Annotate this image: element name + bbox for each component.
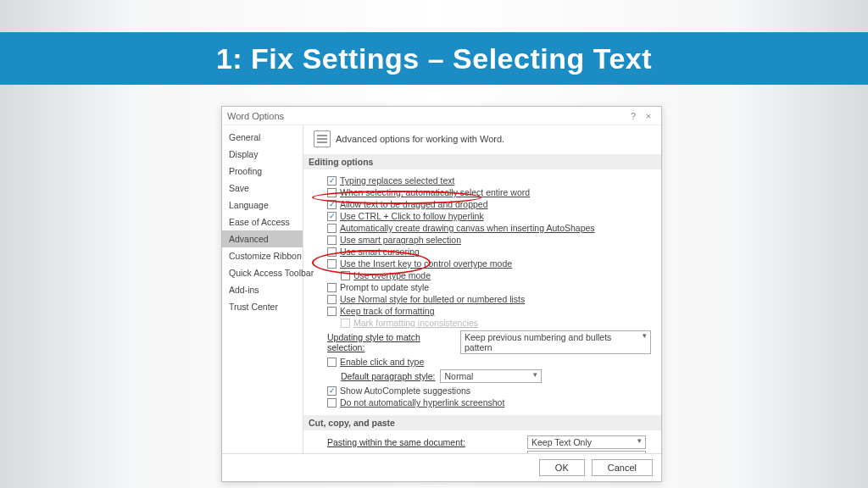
- sidebar-item-language[interactable]: Language: [222, 197, 303, 214]
- opt-drag-drop[interactable]: ✓ Allow text to be dragged and dropped: [314, 198, 651, 210]
- category-sidebar: General Display Proofing Save Language E…: [222, 125, 303, 453]
- opt-auto-drawing-canvas[interactable]: Automatically create drawing canvas when…: [314, 222, 651, 234]
- sidebar-item-advanced[interactable]: Advanced: [222, 230, 303, 247]
- ok-button[interactable]: OK: [539, 459, 585, 476]
- slide-banner: 1: Fix Settings – Selecting Text: [0, 32, 868, 85]
- checkbox-icon: [327, 259, 337, 269]
- opt-no-hyperlink-screenshot[interactable]: Do not automatically hyperlink screensho…: [314, 396, 651, 408]
- select-updating-style[interactable]: Keep previous numbering and bullets patt…: [460, 330, 651, 354]
- checkbox-icon: [341, 271, 350, 280]
- checkbox-icon: [327, 224, 337, 233]
- checkbox-icon: ✓: [327, 212, 337, 221]
- checkbox-icon: ✓: [327, 200, 337, 209]
- select-paste-between[interactable]: Keep Text Only: [527, 451, 646, 453]
- sidebar-item-display[interactable]: Display: [222, 146, 303, 163]
- row-updating-style: Updating style to match selection: Keep …: [314, 329, 651, 356]
- opt-insert-key-overtype[interactable]: Use the Insert key to control overtype m…: [314, 258, 651, 269]
- select-default-paragraph-style[interactable]: Normal: [440, 369, 542, 383]
- close-button[interactable]: ×: [641, 111, 656, 121]
- opt-mark-inconsistencies: Mark formatting inconsistencies: [314, 317, 651, 329]
- help-button[interactable]: ?: [626, 111, 641, 121]
- slide-title: 1: Fix Settings – Selecting Text: [216, 42, 652, 75]
- opt-typing-replaces[interactable]: ✓ Typing replaces selected text: [314, 175, 651, 186]
- opt-smart-cursoring[interactable]: Use smart cursoring: [314, 246, 651, 258]
- checkbox-icon: [327, 295, 337, 304]
- checkbox-icon: [327, 188, 337, 197]
- opt-select-entire-word[interactable]: When selecting, automatically select ent…: [314, 186, 651, 198]
- checkbox-icon: [327, 283, 337, 292]
- page-icon: [314, 130, 331, 147]
- checkbox-icon: [327, 398, 337, 408]
- checkbox-icon: [327, 236, 337, 245]
- content-header: Advanced options for working with Word.: [314, 130, 651, 147]
- dialog-title: Word Options: [227, 111, 284, 121]
- cancel-button[interactable]: Cancel: [592, 459, 653, 476]
- sidebar-item-customize-ribbon[interactable]: Customize Ribbon: [222, 247, 303, 264]
- opt-keep-track-formatting[interactable]: Keep track of formatting: [314, 305, 651, 317]
- opt-ctrl-click-hyperlink[interactable]: ✓ Use CTRL + Click to follow hyperlink: [314, 210, 651, 222]
- word-options-dialog: Word Options ? × General Display Proofin…: [221, 106, 662, 482]
- checkbox-icon: [341, 319, 350, 328]
- select-paste-within[interactable]: Keep Text Only: [527, 435, 646, 449]
- label-paste-between: Pasting between documents:: [327, 452, 519, 453]
- checkbox-icon: [327, 307, 337, 316]
- section-editing-options: Editing options: [303, 154, 661, 169]
- checkbox-icon: [327, 247, 337, 257]
- checkbox-icon: ✓: [327, 386, 337, 396]
- sidebar-item-quick-access-toolbar[interactable]: Quick Access Toolbar: [222, 264, 303, 281]
- sidebar-item-proofing[interactable]: Proofing: [222, 163, 303, 180]
- row-default-paragraph-style: Default paragraph style: Normal: [314, 368, 651, 385]
- sidebar-item-ease-of-access[interactable]: Ease of Access: [222, 214, 303, 230]
- dialog-footer: OK Cancel: [222, 453, 661, 481]
- options-content: Advanced options for working with Word. …: [303, 125, 661, 453]
- opt-prompt-update-style[interactable]: Prompt to update style: [314, 281, 651, 293]
- sidebar-item-add-ins[interactable]: Add-ins: [222, 281, 303, 298]
- checkbox-icon: ✓: [327, 176, 337, 186]
- checkbox-icon: [327, 358, 337, 367]
- sidebar-item-trust-center[interactable]: Trust Center: [222, 298, 303, 315]
- titlebar: Word Options ? ×: [222, 107, 661, 125]
- content-header-text: Advanced options for working with Word.: [336, 134, 504, 144]
- opt-smart-paragraph[interactable]: Use smart paragraph selection: [314, 234, 651, 246]
- section-cut-copy-paste: Cut, copy, and paste: [303, 415, 661, 430]
- sidebar-item-save[interactable]: Save: [222, 180, 303, 197]
- label-paste-within: Pasting within the same document:: [327, 437, 519, 447]
- opt-use-overtype[interactable]: Use overtype mode: [314, 269, 651, 281]
- opt-normal-style-lists[interactable]: Use Normal style for bulleted or numbere…: [314, 293, 651, 305]
- opt-enable-click-type[interactable]: Enable click and type: [314, 356, 651, 368]
- opt-autocomplete[interactable]: ✓ Show AutoComplete suggestions: [314, 385, 651, 396]
- sidebar-item-general[interactable]: General: [222, 129, 303, 146]
